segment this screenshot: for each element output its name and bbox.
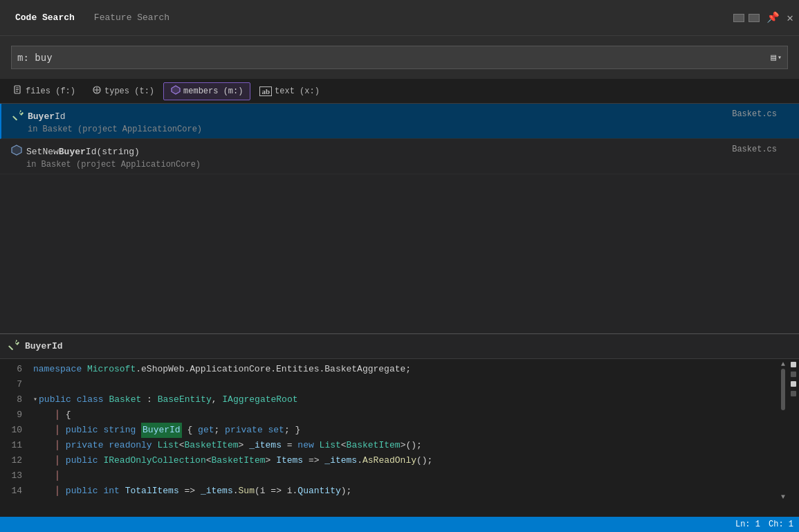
right-gutter xyxy=(788,359,799,502)
restore-button[interactable] xyxy=(749,14,760,22)
result-item-1[interactable]: BuyerId Basket.cs in Basket (project App… xyxy=(0,104,799,139)
text-icon: ab xyxy=(259,86,272,96)
code-line-6: namespace Microsoft.eShopWeb.Application… xyxy=(33,362,773,377)
code-line-8: ▾ public class Basket : BaseEntity, IAgg… xyxy=(33,392,773,407)
result-2-icon xyxy=(11,145,22,158)
search-bar: ▤ ▾ xyxy=(11,46,788,69)
line-numbers: 6 7 8 9 10 11 12 13 14 xyxy=(0,359,28,502)
filter-tab-members[interactable]: members (m:) xyxy=(163,82,250,100)
result-1-file: Basket.cs xyxy=(732,109,777,119)
title-bar: Code Search Feature Search 📌 ✕ xyxy=(0,0,799,36)
gutter-mark-3 xyxy=(791,381,796,387)
filter-tab-text[interactable]: ab text (x:) xyxy=(252,84,327,99)
scrollbar-container: ▲ ▼ xyxy=(778,359,788,502)
result-1-icon xyxy=(12,109,24,123)
code-line-13: │ xyxy=(33,468,773,484)
status-left xyxy=(6,520,10,529)
filter-tab-files[interactable]: files (f:) xyxy=(6,82,83,100)
filter-tab-members-label: members (m:) xyxy=(183,86,243,96)
code-line-12: │ public IReadOnlyCollection<BasketItem>… xyxy=(33,453,773,468)
code-header: BuyerId xyxy=(0,334,799,359)
code-header-icon xyxy=(8,339,19,354)
svg-marker-9 xyxy=(12,145,21,155)
result-1-location: in Basket (project ApplicationCore) xyxy=(12,125,788,134)
svg-rect-8 xyxy=(12,116,17,120)
status-bar: Ln: 1 Ch: 1 xyxy=(0,517,799,532)
types-icon xyxy=(92,85,102,98)
status-ch: Ch: 1 xyxy=(769,520,793,529)
filter-tab-types[interactable]: types (t:) xyxy=(84,82,162,100)
code-line-11: │ private readonly List<BasketItem> _ite… xyxy=(33,438,773,453)
result-item-2[interactable]: SetNewBuyerId(string) Basket.cs in Baske… xyxy=(0,139,799,174)
files-icon xyxy=(13,85,23,98)
filter-tab-types-label: types (t:) xyxy=(104,86,154,96)
scroll-down-button[interactable]: ▼ xyxy=(778,492,788,502)
search-bar-container: ▤ ▾ xyxy=(0,36,799,79)
scroll-track[interactable] xyxy=(778,369,788,492)
code-line-14: │ public int TotalItems => _items.Sum(i … xyxy=(33,484,773,499)
search-input[interactable] xyxy=(17,52,771,63)
upper-pane: ▤ ▾ files (f:) xyxy=(0,36,799,333)
gutter-mark-4 xyxy=(791,391,796,396)
code-area-wrapper: 6 7 8 9 10 11 12 13 14 namespace Microso… xyxy=(0,359,799,502)
search-options-button[interactable]: ▤ ▾ xyxy=(771,52,782,63)
collapse-arrow-8[interactable]: ▾ xyxy=(33,392,37,407)
result-2-file: Basket.cs xyxy=(732,145,777,154)
gutter-mark-2 xyxy=(791,372,796,377)
close-button[interactable]: ✕ xyxy=(787,11,793,25)
code-pane-title: BuyerId xyxy=(25,341,63,351)
filter-tabs: files (f:) types (t:) members (m:) xyxy=(0,79,799,104)
gutter-mark-1 xyxy=(791,362,796,367)
results-list: BuyerId Basket.cs in Basket (project App… xyxy=(0,104,799,333)
tab-code-search[interactable]: Code Search xyxy=(6,0,84,35)
code-content: namespace Microsoft.eShopWeb.Application… xyxy=(28,359,778,502)
scroll-thumb[interactable] xyxy=(781,369,785,410)
code-pane: BuyerId 6 7 8 9 10 11 12 13 14 namespace… xyxy=(0,334,799,502)
result-2-name: SetNewBuyerId(string) xyxy=(26,147,140,157)
window-controls: 📌 ✕ xyxy=(733,11,793,25)
svg-rect-10 xyxy=(8,345,13,350)
status-right: Ln: 1 Ch: 1 xyxy=(735,520,793,529)
minimize-button[interactable] xyxy=(733,14,744,22)
filter-tab-files-label: files (f:) xyxy=(26,86,75,96)
status-ln: Ln: 1 xyxy=(735,520,760,529)
code-line-10: │ public string BuyerId { get; private s… xyxy=(33,423,773,438)
scroll-up-button[interactable]: ▲ xyxy=(778,359,788,369)
result-1-name: BuyerId xyxy=(28,111,66,122)
code-body[interactable]: 6 7 8 9 10 11 12 13 14 namespace Microso… xyxy=(0,359,799,502)
highlighted-buyerid: BuyerId xyxy=(141,423,182,438)
tab-feature-search[interactable]: Feature Search xyxy=(84,0,179,35)
code-line-9: │ { xyxy=(33,407,773,423)
members-icon xyxy=(171,85,181,98)
svg-marker-7 xyxy=(172,86,180,94)
result-2-location: in Basket (project ApplicationCore) xyxy=(11,160,788,169)
pin-button[interactable]: 📌 xyxy=(766,11,780,24)
code-line-7 xyxy=(33,377,773,392)
filter-tab-text-label: text (x:) xyxy=(275,86,320,96)
